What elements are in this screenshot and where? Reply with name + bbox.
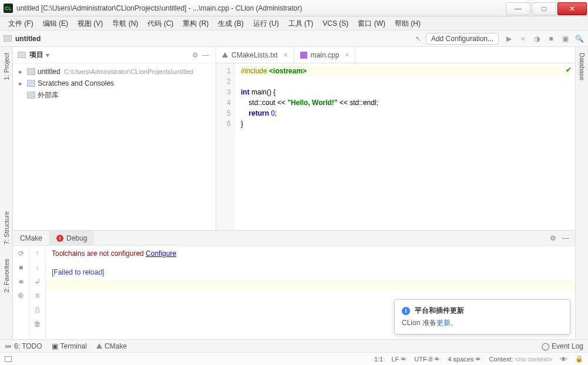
project-tree: ▸ untitled C:\Users\Administrator\CLionP… xyxy=(13,63,216,103)
search-icon[interactable]: 🔍 xyxy=(574,33,584,44)
gear-icon[interactable]: ⚙ xyxy=(190,50,200,60)
dropdown-icon[interactable]: ▾ xyxy=(46,51,49,59)
menu-tools[interactable]: 工具 (T) xyxy=(284,16,318,31)
tab-project[interactable]: 1: Project xyxy=(3,49,10,83)
app-icon: CL xyxy=(4,4,13,13)
reload-icon[interactable]: ⟳ xyxy=(18,249,24,258)
breadcrumb-root[interactable]: untitled xyxy=(15,35,41,43)
wrap-icon[interactable]: ↲ xyxy=(35,278,41,286)
tab-label: main.cpp xyxy=(311,51,340,59)
menu-edit[interactable]: 编辑 (E) xyxy=(38,16,73,31)
expand-icon[interactable]: ▸ xyxy=(19,79,25,87)
tree-row-project[interactable]: ▸ untitled C:\Users\Administrator\CLionP… xyxy=(13,66,216,77)
context[interactable]: Context: <no context> xyxy=(489,356,552,363)
close-button[interactable]: ✕ xyxy=(557,2,587,15)
tree-label: Scratches and Consoles xyxy=(38,79,114,87)
tree-row-external[interactable]: 外部库 xyxy=(13,89,216,101)
tool-cmake[interactable]: CMake xyxy=(96,342,127,350)
bottom-sidebar-2: ↑ ↓ ↲ ≡ ⎙ 🗑 xyxy=(29,246,46,339)
library-icon xyxy=(27,92,35,99)
menu-window[interactable]: 窗口 (W) xyxy=(353,16,390,31)
tab-label: CMakeLists.txt xyxy=(231,51,278,59)
menu-run[interactable]: 运行 (U) xyxy=(248,16,284,31)
menu-vcs[interactable]: VCS (S) xyxy=(318,16,353,31)
tree-label: untitled xyxy=(38,67,61,76)
up-icon[interactable]: ↑ xyxy=(36,249,39,258)
menu-help[interactable]: 帮助 (H) xyxy=(390,16,425,31)
tool-event-log[interactable]: ◯ Event Log xyxy=(542,342,583,350)
minimize-button[interactable]: — xyxy=(506,2,530,15)
nav-toolbar: untitled ↖ Add Configuration... ▶ ⌗ ◑ ■ … xyxy=(0,31,588,47)
tree-label: 外部库 xyxy=(38,90,59,100)
right-tool-stripe: Database xyxy=(575,47,588,339)
tab-structure[interactable]: 7: Structure xyxy=(3,208,10,248)
tool-todo[interactable]: ≔ 6: TODO xyxy=(5,342,42,350)
stop-icon[interactable]: ■ xyxy=(546,33,556,44)
add-configuration-button[interactable]: Add Configuration... xyxy=(426,33,499,45)
coverage-icon[interactable]: ◑ xyxy=(532,33,542,44)
toolwindows-icon[interactable] xyxy=(5,356,12,362)
titlebar: CL untitled [C:\Users\Administrator\CLio… xyxy=(0,0,588,16)
inspections-icon[interactable]: 👁 xyxy=(560,356,567,363)
error-line: Toolchains are not configured Configure xyxy=(52,249,569,258)
tree-row-scratches[interactable]: ▸ Scratches and Consoles xyxy=(13,77,216,89)
layout-icon[interactable]: ▣ xyxy=(560,33,570,44)
maximize-button[interactable]: □ xyxy=(532,2,556,15)
tab-main-cpp[interactable]: main.cpp × xyxy=(294,47,356,63)
bottom-sidebar-1: ⟳ ■ ⩩ ⚙ xyxy=(13,246,29,339)
tab-cmakelists[interactable]: CMakeLists.txt × xyxy=(216,47,294,63)
close-icon[interactable]: × xyxy=(345,51,349,59)
editor-tabs: CMakeLists.txt × main.cpp × xyxy=(216,47,575,63)
folder-icon xyxy=(18,52,26,58)
cmake-icon xyxy=(96,343,102,349)
bottom-tool-stripe: ≔ 6: TODO ▣ Terminal CMake ◯ Event Log xyxy=(0,339,588,352)
tab-favorites[interactable]: 2: Favorites xyxy=(3,255,10,296)
folder-icon xyxy=(4,35,12,42)
close-icon[interactable]: × xyxy=(284,51,288,59)
tool-terminal[interactable]: ▣ Terminal xyxy=(52,342,87,350)
trash-icon[interactable]: 🗑 xyxy=(34,320,41,328)
cpp-icon xyxy=(300,52,307,59)
bottom-tab-cmake[interactable]: CMake xyxy=(13,231,49,245)
filter-icon[interactable]: ⩩ xyxy=(18,278,25,286)
print-icon[interactable]: ⎙ xyxy=(35,306,39,314)
indent[interactable]: 4 spaces ≑ xyxy=(448,355,481,363)
down-icon[interactable]: ↓ xyxy=(36,263,39,272)
hide-icon[interactable]: — xyxy=(562,234,569,242)
update-link[interactable]: 更新 xyxy=(436,319,451,327)
menu-file[interactable]: 文件 (F) xyxy=(4,16,38,31)
ok-check-icon: ✔ xyxy=(566,66,572,74)
notification-title: 平台和插件更新 xyxy=(415,306,464,316)
project-header: 项目 ▾ ⚙ — xyxy=(13,47,216,63)
back-icon[interactable]: ↖ xyxy=(413,33,424,44)
collapse-icon[interactable]: — xyxy=(200,50,211,60)
lock-icon[interactable]: 🔒 xyxy=(575,355,583,363)
encoding[interactable]: UTF-8 ≑ xyxy=(414,355,439,363)
menu-view[interactable]: 视图 (V) xyxy=(73,16,107,31)
gear-icon[interactable]: ⚙ xyxy=(18,292,24,300)
tab-database[interactable]: Database xyxy=(579,49,586,84)
menu-code[interactable]: 代码 (C) xyxy=(143,16,178,31)
menu-build[interactable]: 生成 (B) xyxy=(213,16,248,31)
run-icon[interactable]: ▶ xyxy=(503,33,514,44)
bottom-tabs: CMake ! Debug ⚙ — xyxy=(13,231,575,246)
stop-icon[interactable]: ■ xyxy=(19,263,23,272)
bottom-tab-debug[interactable]: ! Debug xyxy=(49,231,94,245)
caret-position[interactable]: 1:1 xyxy=(374,356,383,363)
scroll-icon[interactable]: ≡ xyxy=(35,292,39,300)
cmake-icon xyxy=(222,52,228,58)
fail-line: [Failed to reload] xyxy=(52,268,569,276)
configure-link[interactable]: Configure xyxy=(146,249,176,258)
menu-navigate[interactable]: 导航 (N) xyxy=(107,16,143,31)
project-panel-title: 项目 xyxy=(29,50,43,60)
gear-icon[interactable]: ⚙ xyxy=(550,234,556,242)
scratch-icon xyxy=(27,80,35,87)
menu-refactor[interactable]: 重构 (R) xyxy=(178,16,213,31)
error-icon: ! xyxy=(56,235,63,242)
menubar: 文件 (F) 编辑 (E) 视图 (V) 导航 (N) 代码 (C) 重构 (R… xyxy=(0,16,588,31)
debug-icon[interactable]: ⌗ xyxy=(518,33,528,44)
expand-icon[interactable]: ▸ xyxy=(19,67,25,76)
line-separator[interactable]: LF ≑ xyxy=(391,355,406,363)
info-icon: i xyxy=(402,307,410,315)
left-tool-stripe: 1: Project 7: Structure 2: Favorites xyxy=(0,47,13,339)
